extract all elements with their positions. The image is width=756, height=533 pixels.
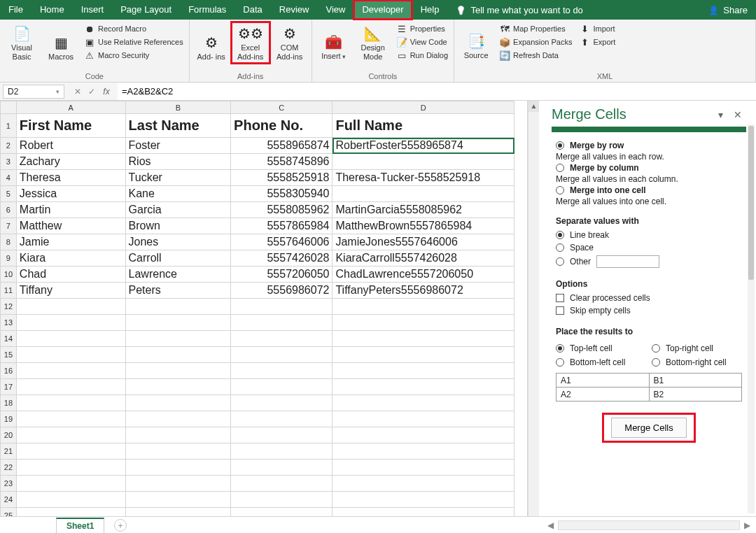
cell[interactable]: Jessica — [16, 186, 125, 202]
row-header-14[interactable]: 14 — [1, 331, 17, 347]
cell[interactable]: Tiffany — [16, 283, 125, 299]
row-header-23[interactable]: 23 — [1, 476, 17, 492]
row-header-22[interactable]: 22 — [1, 460, 17, 476]
separator-option[interactable]: Other — [556, 254, 742, 269]
com-addins-button[interactable]: ⚙ COM Add-ins — [271, 22, 309, 63]
col-header-B[interactable]: B — [125, 101, 231, 114]
header-cell[interactable]: Full Name — [332, 114, 514, 138]
cell[interactable]: Jones — [125, 234, 231, 250]
col-header-A[interactable]: A — [16, 101, 125, 114]
cell[interactable]: Tucker — [125, 170, 231, 186]
cell[interactable]: Lawrence — [125, 266, 231, 283]
row-header-9[interactable]: 9 — [1, 250, 17, 266]
horizontal-scrollbar[interactable] — [558, 520, 740, 530]
scroll-up-icon[interactable]: ▲ — [528, 101, 539, 112]
row-header-5[interactable]: 5 — [1, 186, 17, 202]
cell[interactable] — [332, 186, 514, 202]
visual-basic-button[interactable]: 📄 Visual Basic — [3, 22, 41, 63]
col-header-C[interactable]: C — [231, 101, 332, 114]
cell[interactable]: Rios — [125, 154, 231, 170]
vertical-scrollbar[interactable]: ▲ — [528, 101, 539, 516]
row-header-24[interactable]: 24 — [1, 492, 17, 508]
cell[interactable]: Theresa-Tucker-5558525918 — [332, 170, 514, 186]
accept-formula-button[interactable]: ✓ — [85, 87, 98, 97]
insert-control-button[interactable]: 🧰 Insert — [315, 22, 353, 63]
result-cell[interactable]: B1 — [649, 374, 742, 388]
row-header-11[interactable]: 11 — [1, 283, 17, 299]
header-cell[interactable]: First Name — [16, 114, 125, 138]
row-header-21[interactable]: 21 — [1, 443, 17, 460]
tell-me-input[interactable]: Tell me what you want to do — [447, 5, 591, 15]
row-header-3[interactable]: 3 — [1, 154, 17, 170]
cell[interactable]: TiffanyPeters5556986072 — [332, 283, 514, 299]
menu-tab-developer[interactable]: Developer — [354, 0, 412, 20]
menu-tab-data[interactable]: Data — [234, 0, 270, 20]
panel-close-icon[interactable]: ✕ — [729, 109, 746, 120]
row-header-15[interactable]: 15 — [1, 347, 17, 363]
export-button[interactable]: ⬆Export — [576, 36, 618, 48]
add-sheet-button[interactable]: ＋ — [114, 519, 127, 532]
menu-tab-formulas[interactable]: Formulas — [180, 0, 234, 20]
option-checkbox[interactable]: Skip empty cells — [556, 304, 742, 317]
cell[interactable]: 5557646006 — [231, 234, 332, 250]
row-header-8[interactable]: 8 — [1, 234, 17, 250]
cell[interactable]: MatthewBrown5557865984 — [332, 218, 514, 234]
menu-tab-view[interactable]: View — [317, 0, 354, 20]
cancel-formula-button[interactable]: ✕ — [71, 87, 84, 97]
hscroll-left-icon[interactable]: ◀ — [547, 520, 554, 530]
cell[interactable]: 5558745896 — [231, 154, 332, 170]
cell[interactable]: 5558965874 — [231, 138, 332, 154]
cell[interactable]: 5557865984 — [231, 218, 332, 234]
cell[interactable]: Zachary — [16, 154, 125, 170]
result-cell[interactable]: B2 — [649, 388, 742, 401]
row-header-18[interactable]: 18 — [1, 395, 17, 411]
menu-tab-insert[interactable]: Insert — [73, 0, 113, 20]
place-option[interactable]: Bottom-right cell — [652, 356, 742, 369]
excel-addins-button[interactable]: ⚙⚙ Excel Add-ins — [232, 22, 270, 63]
cell[interactable]: Brown — [125, 218, 231, 234]
place-option[interactable]: Bottom-left cell — [556, 356, 646, 369]
cell[interactable]: 5558085962 — [231, 202, 332, 218]
cell[interactable]: Kiara — [16, 250, 125, 266]
cell[interactable]: ChadLawrence5557206050 — [332, 266, 514, 283]
cell[interactable]: 5558525918 — [231, 170, 332, 186]
result-cell[interactable]: A2 — [556, 388, 650, 401]
row-header-1[interactable]: 1 — [1, 114, 17, 138]
merge-how-option[interactable]: Merge into one cell — [556, 184, 742, 197]
row-header-10[interactable]: 10 — [1, 266, 17, 283]
macro-security-button[interactable]: ⚠Macro Security — [81, 49, 186, 62]
use-relative-button[interactable]: ▣Use Relative References — [81, 36, 186, 48]
row-header-2[interactable]: 2 — [1, 138, 17, 154]
cell[interactable]: Kane — [125, 186, 231, 202]
run-dialog-button[interactable]: ▭Run Dialog — [393, 49, 451, 62]
grid-table[interactable]: ABCD1First NameLast NamePhone No.Full Na… — [0, 101, 514, 516]
formula-input[interactable] — [118, 83, 756, 100]
option-checkbox[interactable]: Clear processed cells — [556, 292, 742, 304]
merge-how-option[interactable]: Merge by column — [556, 162, 742, 174]
menu-tab-home[interactable]: Home — [31, 0, 73, 20]
select-all-cell[interactable] — [1, 101, 17, 114]
separator-option[interactable]: Space — [556, 241, 742, 254]
import-button[interactable]: ⬇Import — [576, 22, 618, 35]
row-header-19[interactable]: 19 — [1, 411, 17, 427]
cell[interactable]: Theresa — [16, 170, 125, 186]
row-header-20[interactable]: 20 — [1, 427, 17, 443]
cell[interactable]: Foster — [125, 138, 231, 154]
cell[interactable]: KiaraCarroll5557426028 — [332, 250, 514, 266]
cell[interactable]: Garcia — [125, 202, 231, 218]
source-button[interactable]: 📑 Source — [457, 22, 495, 62]
cell[interactable]: Martin — [16, 202, 125, 218]
merge-cells-button[interactable]: Merge Cells — [611, 418, 686, 438]
cell[interactable]: 5557206050 — [231, 266, 332, 283]
hscroll-right-icon[interactable]: ▶ — [744, 520, 750, 530]
design-mode-button[interactable]: 📐 Design Mode — [354, 22, 392, 63]
row-header-13[interactable]: 13 — [1, 315, 17, 331]
record-macro-button[interactable]: ⏺Record Macro — [81, 22, 186, 35]
row-header-4[interactable]: 4 — [1, 170, 17, 186]
row-header-16[interactable]: 16 — [1, 363, 17, 379]
map-properties-button[interactable]: 🗺Map Properties — [496, 22, 575, 35]
cell[interactable]: JamieJones5557646006 — [332, 234, 514, 250]
sheet-tab-sheet1[interactable]: Sheet1 — [56, 518, 104, 533]
panel-scrollbar[interactable] — [748, 125, 755, 513]
panel-menu-icon[interactable]: ▾ — [714, 109, 727, 120]
